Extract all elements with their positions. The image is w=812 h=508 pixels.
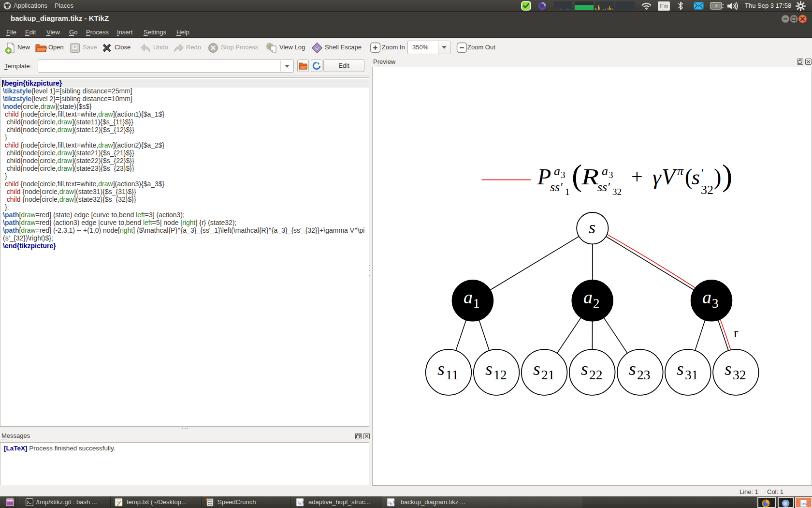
- svg-text:s: s: [629, 359, 636, 379]
- svg-text:s: s: [485, 359, 493, 379]
- svg-text:s: s: [692, 165, 700, 189]
- svg-text:3: 3: [712, 296, 719, 311]
- svg-text:r: r: [734, 325, 739, 340]
- svg-text:′: ′: [700, 166, 703, 180]
- svg-text:a: a: [583, 287, 593, 307]
- svg-text:31: 31: [685, 367, 698, 382]
- svg-text:γ: γ: [652, 165, 662, 189]
- svg-text:1: 1: [565, 187, 570, 197]
- svg-text:22: 22: [589, 367, 603, 382]
- svg-text:a: a: [554, 164, 560, 178]
- svg-text:2: 2: [593, 296, 600, 311]
- svg-text:π: π: [677, 164, 684, 178]
- svg-text:): ): [714, 164, 721, 189]
- svg-text:a: a: [602, 164, 608, 178]
- svg-text:s: s: [533, 359, 540, 379]
- svg-text:23: 23: [637, 367, 651, 382]
- svg-text:P: P: [537, 164, 551, 189]
- svg-text:R: R: [581, 164, 599, 189]
- svg-text:a: a: [702, 287, 711, 307]
- svg-text:12: 12: [493, 367, 507, 382]
- svg-text:s: s: [677, 359, 684, 379]
- svg-text:s: s: [589, 218, 595, 237]
- svg-text:32: 32: [701, 183, 713, 197]
- svg-text:s: s: [437, 359, 445, 379]
- svg-text:3: 3: [609, 170, 613, 180]
- svg-text:): ): [722, 158, 732, 193]
- svg-text:s: s: [581, 359, 588, 379]
- svg-text:21: 21: [541, 367, 555, 382]
- svg-text:(: (: [572, 158, 582, 193]
- svg-text:V: V: [662, 164, 678, 189]
- svg-text:ss′: ss′: [550, 180, 563, 194]
- svg-text:11: 11: [446, 367, 458, 382]
- svg-text:s: s: [725, 359, 732, 379]
- svg-text:+: +: [631, 165, 643, 188]
- svg-text:3: 3: [561, 170, 566, 180]
- svg-text:a: a: [464, 287, 473, 307]
- svg-text:1: 1: [473, 296, 480, 311]
- svg-text:32: 32: [733, 367, 746, 382]
- svg-text:32: 32: [612, 187, 622, 197]
- svg-text:ss′: ss′: [597, 180, 610, 194]
